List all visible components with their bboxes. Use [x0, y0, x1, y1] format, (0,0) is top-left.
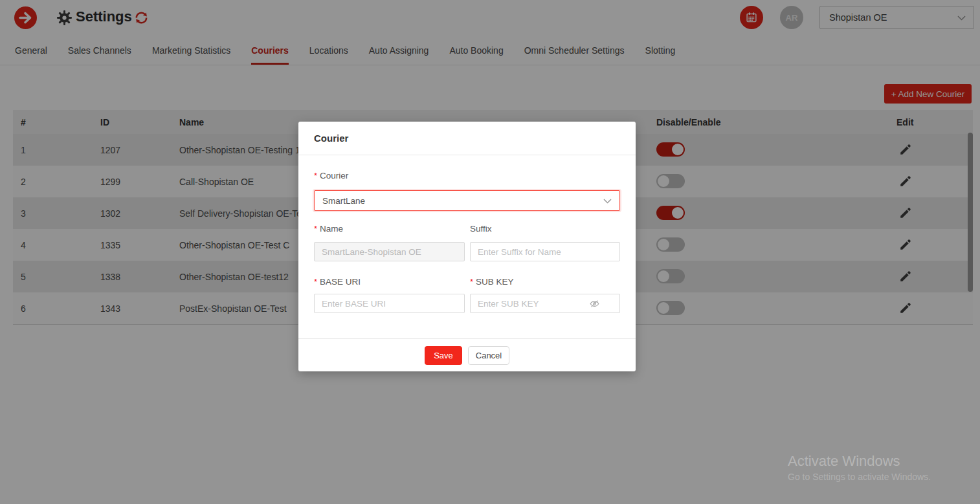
chevron-down-icon [603, 199, 612, 204]
name-input[interactable] [314, 242, 465, 261]
suffix-input[interactable] [470, 242, 620, 261]
courier-field-label: *Courier [314, 171, 348, 181]
courier-select-value: SmartLane [322, 196, 365, 206]
save-button[interactable]: Save [425, 346, 462, 365]
required-marker: * [314, 277, 317, 287]
required-marker: * [470, 277, 473, 287]
settings-page: Settings AR Shopistan OE [0, 0, 980, 504]
modal-header: Courier [298, 122, 636, 155]
cancel-button[interactable]: Cancel [468, 346, 509, 365]
modal-footer: Save Cancel [298, 338, 636, 371]
eye-invisible-icon[interactable] [589, 298, 600, 309]
sub-key-field-label: *SUB KEY [470, 277, 514, 287]
base-uri-input[interactable] [314, 294, 465, 313]
base-uri-field-label: *BASE URI [314, 277, 361, 287]
suffix-field-label: Suffix [470, 224, 492, 234]
courier-select[interactable]: SmartLane [314, 190, 620, 211]
name-field-label: *Name [314, 224, 343, 234]
courier-modal: Courier *Courier SmartLane *Name Suffix … [298, 122, 636, 371]
required-marker: * [314, 224, 317, 234]
modal-title: Courier [314, 133, 348, 144]
required-marker: * [314, 171, 317, 181]
